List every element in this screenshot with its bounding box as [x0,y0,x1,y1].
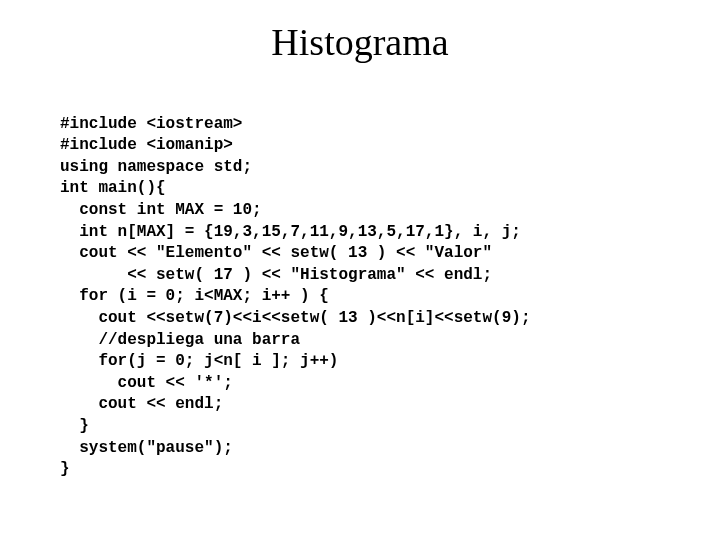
code-line: for(j = 0; j<n[ i ]; j++) [60,352,338,370]
code-block: #include <iostream> #include <iomanip> u… [60,92,660,481]
code-line: cout << "Elemento" << setw( 13 ) << "Val… [60,244,492,262]
code-line: system("pause"); [60,439,233,457]
code-line: int main(){ [60,179,166,197]
code-line: cout << endl; [60,395,223,413]
code-line: cout <<setw(7)<<i<<setw( 13 )<<n[i]<<set… [60,309,530,327]
slide: Histograma #include <iostream> #include … [0,0,720,540]
code-line: //despliega una barra [60,331,300,349]
code-line: << setw( 17 ) << "Histograma" << endl; [60,266,492,284]
code-line: int n[MAX] = {19,3,15,7,11,9,13,5,17,1},… [60,223,521,241]
code-line: #include <iomanip> [60,136,233,154]
code-line: #include <iostream> [60,115,242,133]
code-line: const int MAX = 10; [60,201,262,219]
code-line: } [60,460,70,478]
slide-title: Histograma [60,20,660,64]
code-line: for (i = 0; i<MAX; i++ ) { [60,287,329,305]
code-line: using namespace std; [60,158,252,176]
code-line: cout << '*'; [60,374,233,392]
code-line: } [60,417,89,435]
